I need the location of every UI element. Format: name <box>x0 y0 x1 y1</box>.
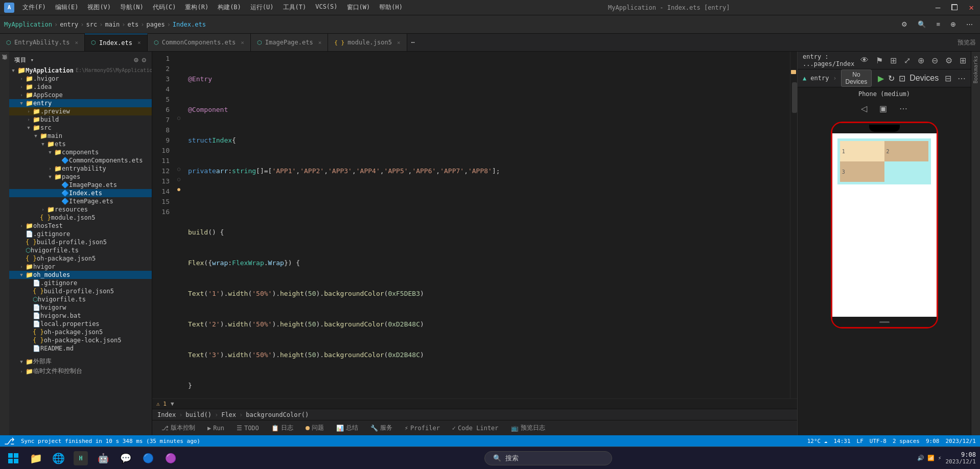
explorer-icon-settings[interactable]: ⚙ <box>142 56 147 64</box>
more-preview-icon[interactable]: ⋯ <box>955 73 968 84</box>
tree-node-hvigor[interactable]: › 📁 .hvigor <box>9 75 152 83</box>
bc-build[interactable]: build() <box>185 411 212 418</box>
breadcrumb-ets[interactable]: ets <box>128 21 139 28</box>
structure-panel-label[interactable]: 结构 <box>0 52 9 60</box>
bottom-tab-profiler[interactable]: ⚡ Profiler <box>400 423 445 434</box>
tree-node-temp[interactable]: › 📁 临时文件和控制台 <box>9 366 152 376</box>
tree-node-ohmodules[interactable]: ▼ 📁 oh_modules <box>9 271 152 279</box>
bottom-tab-problems[interactable]: 问题 <box>300 421 329 434</box>
tree-node-entryability[interactable]: › 📁 entryability <box>9 165 152 173</box>
breadcrumb-src[interactable]: src <box>86 21 98 28</box>
stop-button[interactable]: ⊡ <box>899 74 905 83</box>
tree-node-external[interactable]: ▼ 📁 外部库 <box>9 357 152 366</box>
tree-node-index[interactable]: 🔷 Index.ets <box>9 189 152 197</box>
resize-icon[interactable]: ⤢ <box>902 55 913 66</box>
tree-node-hvigor-folder[interactable]: › 📁 hvigor <box>9 263 152 271</box>
breadcrumb-main[interactable]: main <box>105 21 120 28</box>
tree-node-ohm-hvigorwbat[interactable]: 📄 hvigorw.bat <box>9 312 152 320</box>
tree-node-ohm-localprops[interactable]: 📄 local.properties <box>9 320 152 328</box>
menu-code[interactable]: 代码(C) <box>151 2 178 13</box>
tree-node-imagepage[interactable]: 🔷 ImagePage.ets <box>9 181 152 189</box>
tab-close-icon[interactable]: × <box>137 39 141 46</box>
run-preview-button[interactable]: ▶ <box>878 74 884 83</box>
minimap-scrollbar[interactable] <box>790 52 797 398</box>
tab-close-icon[interactable]: × <box>318 39 322 46</box>
bottom-tab-linter[interactable]: ✓ Code Linter <box>447 423 504 434</box>
menu-help[interactable]: 帮助(H) <box>377 2 405 13</box>
tree-node-preview[interactable]: › 📁 .preview <box>9 107 152 115</box>
eye-icon[interactable]: 👁 <box>858 55 871 66</box>
scroll-thumb[interactable] <box>792 82 797 113</box>
bottom-tab-vcs[interactable]: ⎇ 版本控制 <box>156 421 200 434</box>
tree-node-itempage[interactable]: 🔷 ItemPage.ets <box>9 197 152 205</box>
back-button[interactable]: ◁ <box>859 103 869 114</box>
menu-vcs[interactable]: VCS(S) <box>313 2 339 13</box>
zoom-in-icon[interactable]: ⊕ <box>916 55 926 66</box>
tree-node-components[interactable]: ▼ 📁 components <box>9 148 152 156</box>
more-icon[interactable]: ⋯ <box>963 19 976 29</box>
tree-node-ohm-ohpackage[interactable]: { } oh-package.json5 <box>9 328 152 336</box>
tree-node-gitignore1[interactable]: 📄 .gitignore <box>9 230 152 238</box>
bc-flex[interactable]: Flex <box>221 411 236 418</box>
menu-file[interactable]: 文件(F) <box>20 2 48 13</box>
tab-imagepage[interactable]: ⬡ ImagePage.ets × <box>251 34 329 51</box>
menu-window[interactable]: 窗口(W) <box>345 2 372 13</box>
bc-backgroundcolor[interactable]: backgroundColor() <box>246 411 309 418</box>
devices-button[interactable]: Devices <box>909 74 939 83</box>
grid-icon[interactable]: ⊞ <box>888 55 899 66</box>
expand-icon[interactable]: ⊞ <box>958 55 968 66</box>
home-button[interactable]: ▣ <box>877 103 889 114</box>
tree-root[interactable]: ▼ 📁 MyApplication E:\HarmonyOS\MyApplica… <box>9 66 152 75</box>
menu-view[interactable]: 视图(V) <box>85 2 113 13</box>
layout-icon[interactable]: ≡ <box>933 19 943 29</box>
menu-edit[interactable]: 编辑(E) <box>53 2 81 13</box>
tree-node-build[interactable]: › 📁 build <box>9 115 152 124</box>
bottom-tab-run[interactable]: ▶ Run <box>202 423 229 434</box>
windows-start[interactable] <box>4 449 22 467</box>
tab-close-icon[interactable]: × <box>241 39 244 46</box>
refresh-button[interactable]: ↻ <box>888 74 895 83</box>
tree-node-resources[interactable]: › 📁 resources <box>9 205 152 214</box>
close-button[interactable]: ✕ <box>967 3 976 12</box>
tree-node-ohm-ohpackagelock[interactable]: { } oh-package-lock.json5 <box>9 336 152 344</box>
tab-close-icon[interactable]: × <box>75 39 78 46</box>
search-bar[interactable]: 🔍 搜索 <box>484 451 612 465</box>
tree-node-entry[interactable]: ▼ 📁 entry <box>9 99 152 107</box>
tree-node-ohm-hvigorw[interactable]: 📄 hvigorw <box>9 303 152 312</box>
settings-icon[interactable]: ⚙ <box>898 19 911 29</box>
explorer-icon-locate[interactable]: ⊙ <box>134 56 138 64</box>
tree-node-src[interactable]: ▼ 📁 src <box>9 124 152 132</box>
tab-close-icon[interactable]: × <box>397 39 401 46</box>
taskbar-file-explorer[interactable]: 📁 <box>27 449 45 467</box>
taskbar-harmonyos[interactable]: H <box>72 449 90 467</box>
bottom-tab-services[interactable]: 🔧 服务 <box>365 421 398 434</box>
tab-index[interactable]: ⬡ Index.ets × <box>85 34 148 51</box>
flag-icon[interactable]: ⚑ <box>874 55 885 66</box>
add-icon[interactable]: ⊕ <box>947 19 959 29</box>
taskbar-slack[interactable]: 💬 <box>116 449 135 467</box>
tree-node-ets[interactable]: ▼ 📁 ets <box>9 140 152 148</box>
zoom-out-icon[interactable]: ⊖ <box>929 55 940 66</box>
tree-node-idea[interactable]: › 📁 .idea <box>9 83 152 91</box>
breadcrumb-entry[interactable]: entry <box>60 21 78 28</box>
tree-node-commoncomponents[interactable]: 🔷 CommonComponents.ets <box>9 156 152 165</box>
tab-entryability[interactable]: ⬡ EntryAbility.ts × <box>0 34 85 51</box>
menu-nav[interactable]: 导航(N) <box>118 2 146 13</box>
menu-tools[interactable]: 工具(T) <box>281 2 309 13</box>
bookmarks-label[interactable]: Bookmarks <box>973 52 978 87</box>
breadcrumb-app[interactable]: MyApplication <box>4 21 52 28</box>
tree-node-ohm-gitignore[interactable]: 📄 .gitignore <box>9 279 152 287</box>
settings-icon[interactable]: ⚙ <box>943 55 954 66</box>
bookmarks-panel-label[interactable]: 收藏夹 <box>0 60 9 68</box>
search-icon[interactable]: 🔍 <box>915 19 929 29</box>
menu-run[interactable]: 运行(U) <box>248 2 276 13</box>
layout-toggle[interactable]: ⊟ <box>943 73 953 84</box>
tree-node-modulejson[interactable]: { } module.json5 <box>9 214 152 222</box>
more-phone-options[interactable]: ⋯ <box>897 103 909 114</box>
taskbar-app6[interactable]: 🔵 <box>139 449 157 467</box>
bottom-tab-previewlog[interactable]: 📺 预览日志 <box>506 421 550 434</box>
code-content[interactable]: @Entry @Component struct Index { private… <box>184 52 790 398</box>
bc-index[interactable]: Index <box>157 411 176 418</box>
tab-overflow-button[interactable]: ⋯ <box>407 34 419 51</box>
tree-node-appscope[interactable]: › 📁 AppScope <box>9 91 152 99</box>
